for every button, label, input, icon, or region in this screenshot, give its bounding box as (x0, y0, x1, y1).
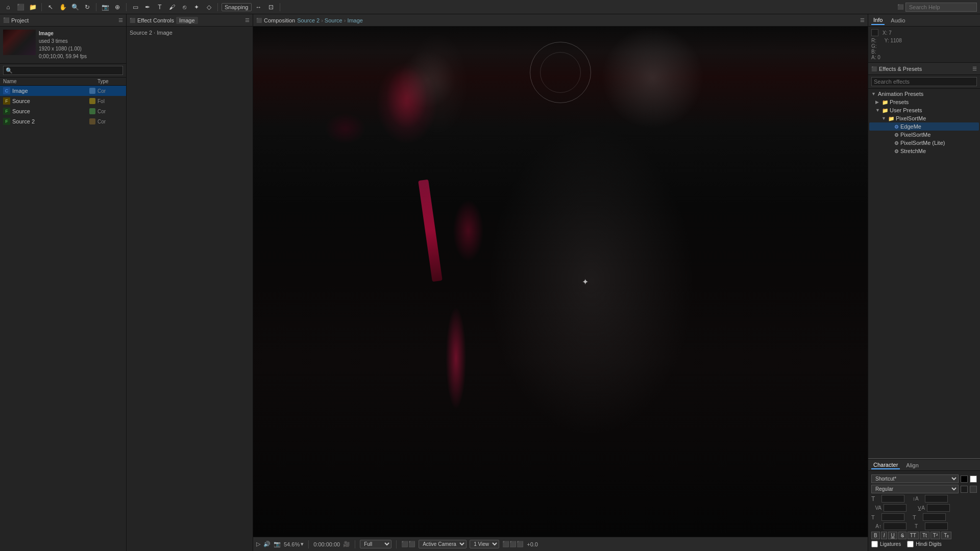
tree-pixelsortme2[interactable]: ⚙ PixelSortMe (869, 131, 979, 139)
viewer-ctrl-snapshot[interactable]: 📷 (274, 541, 281, 547)
superscript-btn[interactable]: T² (930, 532, 940, 539)
tab-audio[interactable]: Audio (889, 16, 907, 24)
viewer-canvas[interactable]: ✦ (253, 27, 868, 537)
stroke-color-swatch[interactable] (970, 475, 977, 483)
hindi-digits-checkbox[interactable] (907, 541, 914, 547)
tree-presets[interactable]: ▶ 📁 Presets (869, 98, 979, 106)
strikethrough-btn[interactable]: S̶ (898, 532, 906, 539)
list-item[interactable]: F Source 2 Cor (0, 116, 126, 127)
color-picker-black[interactable] (871, 29, 878, 36)
extra-tool1[interactable]: ↔ (254, 2, 264, 12)
extra-tool2[interactable]: ⊡ (266, 2, 276, 12)
tab-align[interactable]: Align (904, 462, 920, 469)
info-col2: Y: 1108 (885, 38, 902, 60)
effects-presets-header: ⬛ Effects & Presets ☰ (868, 63, 980, 75)
list-item[interactable]: F Source Cor (0, 106, 126, 116)
all-caps-btn[interactable]: TT (908, 532, 919, 539)
file-icon: F (3, 108, 10, 115)
vscale-input[interactable]: 100 % (923, 513, 946, 521)
font-select[interactable]: Shortcut* (871, 474, 959, 483)
viewer-ctrl-preview[interactable]: ▷ (256, 541, 260, 547)
clone-tool[interactable]: ⎋ (179, 2, 189, 12)
effect-controls-panel: ⬛ Effect Controls Image ☰ Source 2 · Ima… (127, 14, 253, 551)
font-color-swatch[interactable] (961, 475, 968, 483)
new-btn[interactable]: ⬛ (15, 2, 26, 12)
style-select[interactable]: Regular (871, 485, 959, 493)
list-item[interactable]: F Source Fol (0, 96, 126, 106)
zoom-control[interactable]: 54.6% ▾ (284, 541, 304, 547)
tree-pixelsortmelite[interactable]: ⚙ PixelSortMe (Lite) (869, 139, 979, 147)
brush-tool[interactable]: 🖌 (167, 2, 177, 12)
project-search-input[interactable] (3, 66, 123, 75)
tree-stretchme[interactable]: ⚙ StretchMe (869, 147, 979, 155)
home-btn[interactable]: ⌂ (3, 2, 13, 12)
camera-tool[interactable]: 📷 (100, 2, 110, 12)
underline-btn[interactable]: U (888, 532, 897, 539)
open-btn[interactable]: 📁 (28, 2, 38, 12)
effects-search-input[interactable] (871, 77, 977, 86)
select-tool[interactable]: ↖ (45, 2, 56, 12)
hscale-input[interactable]: 100 % (881, 513, 904, 521)
quality-select[interactable]: FullHalfQuarter (360, 540, 391, 548)
zoom-arrow: ▾ (301, 541, 304, 547)
tree-edgeme[interactable]: ⚙ EdgeMe (869, 122, 979, 131)
style-color1[interactable] (961, 486, 968, 493)
tab-info[interactable]: Info (871, 16, 885, 25)
view-icons[interactable]: ⬛⬛ (401, 541, 415, 547)
puppet-tool[interactable]: ✦ (191, 2, 202, 12)
ec-menu[interactable]: ☰ (245, 17, 250, 23)
rotate-tool[interactable]: ↻ (82, 2, 92, 12)
fx-menu[interactable]: ☰ (972, 66, 977, 71)
offset-display[interactable]: +0.0 (527, 541, 538, 547)
font-size-input[interactable]: 23 px (881, 495, 904, 503)
subscript-btn[interactable]: T₂ (941, 532, 951, 539)
rect-tool[interactable]: ▭ (130, 2, 140, 12)
viewer-ctrl-audio[interactable]: 🔊 (263, 541, 271, 547)
project-menu-icon[interactable]: ☰ (118, 17, 123, 23)
tree-user-presets[interactable]: ▼ 📁 User Presets (869, 106, 979, 114)
viewer-controls-bar: ▷ 🔊 📷 54.6% ▾ 0:00:00:00 🎥 (253, 537, 868, 551)
italic-btn[interactable]: I (881, 532, 888, 539)
view-options[interactable]: ⬛⬛⬛ (502, 541, 524, 547)
right-panel: Info Audio X: 7 R: G: B: A: 0 Y: 1108 (868, 14, 980, 551)
zoom-tool[interactable]: 🔍 (70, 2, 80, 12)
file-name: Source (12, 108, 87, 114)
list-item[interactable]: C Image Cor (0, 86, 126, 96)
viewer-menu[interactable]: ☰ (860, 17, 865, 23)
style-color2[interactable] (970, 486, 977, 493)
file-type: Cor (97, 119, 123, 124)
effect-controls-header: ⬛ Effect Controls Image ☰ (127, 14, 253, 27)
view-select[interactable]: 1 View (470, 540, 499, 548)
style-row: Regular (871, 485, 977, 493)
pan-tool[interactable]: ⊕ (112, 2, 122, 12)
effects-tree: ▼ Animation Presets ▶ 📁 Presets ▼ 📁 User… (868, 89, 980, 458)
leading-input[interactable]: 35 px (925, 495, 948, 503)
ligatures-checkbox[interactable] (871, 541, 878, 547)
bold-btn[interactable]: B (871, 532, 880, 539)
text-tool[interactable]: T (155, 2, 165, 12)
effect-controls-title: Effect Controls (137, 17, 174, 23)
kerning-input[interactable]: 0 (884, 504, 906, 512)
help-search-input[interactable] (905, 3, 977, 12)
pin-tool[interactable]: ◇ (204, 2, 214, 12)
tree-animation-presets[interactable]: ▼ Animation Presets (869, 90, 979, 98)
breadcrumb-image[interactable]: Image (347, 17, 363, 23)
hindi-digits-label: Hindi Digits (916, 541, 942, 547)
breadcrumb-source[interactable]: Source (325, 17, 342, 23)
baseline-input[interactable]: 0 px (884, 522, 906, 530)
small-caps-btn[interactable]: Tt (920, 532, 929, 539)
breadcrumb-source2[interactable]: Source 2 (297, 17, 320, 23)
effect-tab-active[interactable]: Image (176, 17, 198, 24)
size-icon: T (871, 495, 879, 503)
tsume-input[interactable]: 0 % (925, 522, 948, 530)
file-icon: C (3, 87, 10, 94)
snapping-button[interactable]: Snapping (222, 3, 252, 11)
tree-pixelsortme[interactable]: ▼ 📁 PixelSortMe (869, 114, 979, 122)
pen-tool[interactable]: ✒ (142, 2, 153, 12)
timecode-display[interactable]: 0:00:00:00 (313, 541, 340, 547)
tracking-input[interactable]: 0 (927, 504, 950, 512)
tab-character[interactable]: Character (871, 461, 900, 469)
hand-tool[interactable]: ✋ (58, 2, 68, 12)
camera-select[interactable]: Active Camera (419, 540, 467, 548)
camera-icon-btn[interactable]: 🎥 (343, 541, 350, 547)
